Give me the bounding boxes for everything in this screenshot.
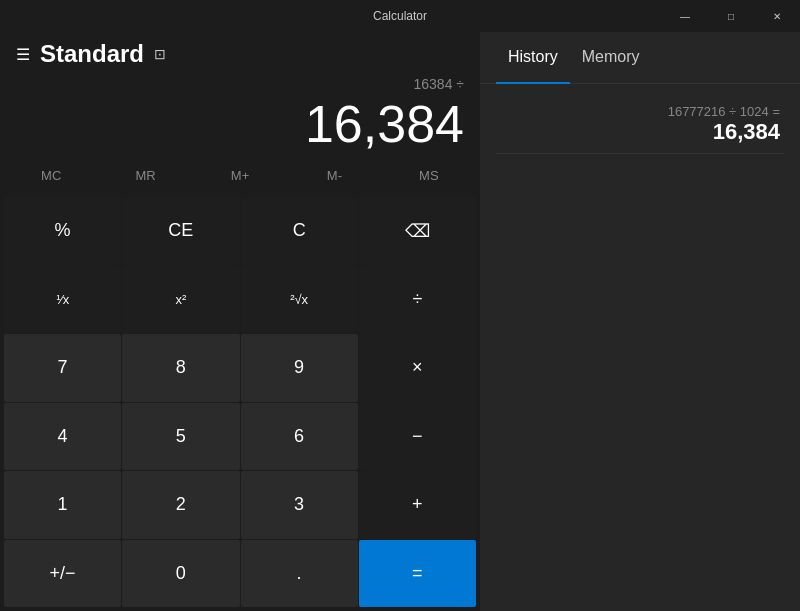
calc-display: 16384 ÷ 16,384 (0, 68, 480, 157)
close-button[interactable]: ✕ (754, 0, 800, 32)
panel-content: 16777216 ÷ 1024 =16,384 (480, 84, 800, 611)
hamburger-icon[interactable]: ☰ (16, 45, 30, 64)
calc-btn-ce[interactable]: CE (122, 197, 239, 264)
memory-btn-mr[interactable]: MR (98, 157, 192, 193)
memory-btn-mc[interactable]: MC (4, 157, 98, 193)
calc-btn-negate[interactable]: +/− (4, 540, 121, 607)
calculator-panel: ☰ Standard ⊡ 16384 ÷ 16,384 MCMRM+M-MS %… (0, 32, 480, 611)
calc-header: ☰ Standard ⊡ (0, 32, 480, 68)
calc-btn-multiply[interactable]: × (359, 334, 476, 401)
expand-icon[interactable]: ⊡ (154, 46, 166, 62)
calc-btn-decimal[interactable]: . (241, 540, 358, 607)
calc-btn-clear[interactable]: C (241, 197, 358, 264)
calc-btn-divide[interactable]: ÷ (359, 266, 476, 333)
calc-btn-4[interactable]: 4 (4, 403, 121, 470)
calc-btn-5[interactable]: 5 (122, 403, 239, 470)
memory-row: MCMRM+M-MS (0, 157, 480, 193)
calc-title: Standard (40, 40, 144, 68)
calc-btn-9[interactable]: 9 (241, 334, 358, 401)
tab-history[interactable]: History (496, 32, 570, 84)
history-entry: 16777216 ÷ 1024 =16,384 (496, 96, 784, 154)
maximize-button[interactable]: □ (708, 0, 754, 32)
app-title: Calculator (373, 9, 427, 23)
window-controls: — □ ✕ (662, 0, 800, 32)
calc-btn-1[interactable]: 1 (4, 471, 121, 538)
right-panel: History Memory 16777216 ÷ 1024 =16,384 (480, 32, 800, 611)
calc-expression: 16384 ÷ (16, 76, 464, 96)
calc-btn-0[interactable]: 0 (122, 540, 239, 607)
panel-tabs: History Memory (480, 32, 800, 84)
button-grid: %CEC⌫¹⁄xx²²√x÷789×456−123++/−0.= (0, 197, 480, 611)
title-bar: Calculator — □ ✕ (0, 0, 800, 32)
calc-btn-equals[interactable]: = (359, 540, 476, 607)
calc-btn-7[interactable]: 7 (4, 334, 121, 401)
calc-btn-percent[interactable]: % (4, 197, 121, 264)
calc-btn-subtract[interactable]: − (359, 403, 476, 470)
memory-btn-ms[interactable]: MS (382, 157, 476, 193)
calc-btn-6[interactable]: 6 (241, 403, 358, 470)
calc-btn-8[interactable]: 8 (122, 334, 239, 401)
history-expression: 16777216 ÷ 1024 = (500, 104, 780, 119)
history-result: 16,384 (500, 119, 780, 145)
calc-btn-add[interactable]: + (359, 471, 476, 538)
tab-memory[interactable]: Memory (570, 32, 652, 84)
memory-btn-mminus[interactable]: M- (287, 157, 381, 193)
memory-btn-mplus[interactable]: M+ (193, 157, 287, 193)
calc-result: 16,384 (16, 96, 464, 153)
app-container: ☰ Standard ⊡ 16384 ÷ 16,384 MCMRM+M-MS %… (0, 32, 800, 611)
calc-btn-square[interactable]: x² (122, 266, 239, 333)
calc-btn-2[interactable]: 2 (122, 471, 239, 538)
minimize-button[interactable]: — (662, 0, 708, 32)
calc-btn-reciprocal[interactable]: ¹⁄x (4, 266, 121, 333)
calc-btn-3[interactable]: 3 (241, 471, 358, 538)
calc-btn-sqrt[interactable]: ²√x (241, 266, 358, 333)
calc-btn-backspace[interactable]: ⌫ (359, 197, 476, 264)
